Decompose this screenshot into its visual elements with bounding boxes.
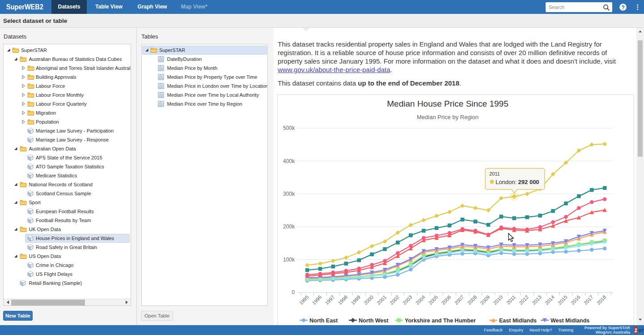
svg-text:2017: 2017 [583,294,594,306]
svg-text:Median House Price Since 1995: Median House Price Since 1995 [387,99,508,108]
svg-text:1998: 1998 [337,294,348,306]
svg-text:0: 0 [292,289,295,296]
svg-text:2000: 2000 [363,294,374,306]
svg-text:2012: 2012 [518,294,530,306]
svg-text:2010: 2010 [492,294,504,306]
svg-text:?: ? [621,4,625,11]
svg-text:2013: 2013 [531,294,542,306]
svg-text:2005: 2005 [428,294,439,306]
svg-text:300k: 300k [283,191,295,197]
svg-text:2008: 2008 [466,294,478,306]
svg-text:West Midlands: West Midlands [551,318,589,324]
svg-text:1995: 1995 [298,294,310,306]
svg-text:1997: 1997 [324,294,335,306]
svg-text:2014: 2014 [544,294,555,306]
svg-text:North East: North East [309,318,338,324]
svg-text:2006: 2006 [441,294,452,306]
svg-text:Median Price by Region: Median Price by Region [417,114,479,120]
svg-text:2011: 2011 [489,171,500,176]
svg-text:1999: 1999 [350,294,361,306]
svg-text:Yorkshire and The Humber: Yorkshire and The Humber [405,318,476,324]
svg-text:2015: 2015 [557,294,568,306]
svg-text:2001: 2001 [376,294,387,306]
svg-text:500k: 500k [283,125,295,131]
svg-text:200k: 200k [283,223,295,230]
svg-text:100k: 100k [283,257,295,263]
svg-text:1996: 1996 [311,294,323,306]
svg-text:2002: 2002 [389,294,400,306]
svg-text:2003: 2003 [402,294,413,306]
svg-text:1: 1 [634,327,637,334]
svg-text:ST: ST [639,328,644,333]
svg-text:2018: 2018 [596,294,607,306]
svg-text:2009: 2009 [479,294,491,306]
svg-text:East Midlands: East Midlands [499,318,537,324]
svg-text:2011: 2011 [505,294,517,305]
svg-text:2016: 2016 [570,294,581,306]
svg-text:North West: North West [359,318,389,324]
svg-text:400k: 400k [283,158,295,164]
svg-text:London: 292 000: London: 292 000 [496,179,539,185]
svg-text:2004: 2004 [415,294,426,306]
svg-text:2007: 2007 [453,294,465,306]
